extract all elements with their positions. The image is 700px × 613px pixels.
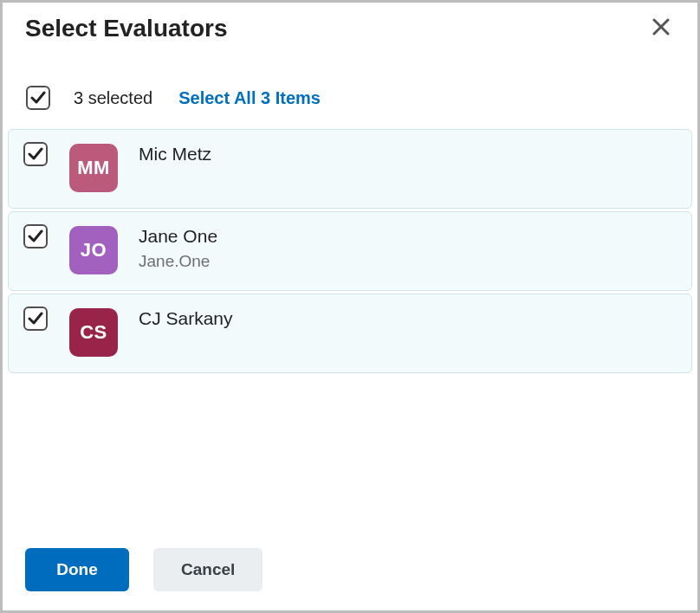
avatar: JO [69,226,118,274]
dialog-title: Select Evaluators [25,13,227,42]
row-text: Mic Metz [139,142,211,165]
avatar-initials: CS [80,321,107,344]
avatar-initials: MM [77,157,110,179]
checkmark-icon [30,90,46,106]
close-icon [652,18,670,35]
evaluator-name: Mic Metz [139,144,211,165]
cancel-button[interactable]: Cancel [153,548,262,591]
evaluator-row[interactable]: CS CJ Sarkany [8,294,692,373]
done-button[interactable]: Done [25,548,129,591]
row-checkbox[interactable] [23,224,48,248]
close-button[interactable] [647,13,675,41]
row-text: Jane One Jane.One [139,224,217,271]
dialog-header: Select Evaluators [3,3,697,46]
select-all-link[interactable]: Select All 3 Items [178,88,321,108]
row-checkbox[interactable] [23,306,48,331]
row-checkbox[interactable] [23,142,48,166]
select-all-checkbox[interactable] [26,86,50,110]
row-text: CJ Sarkany [139,306,233,329]
selection-bar: 3 selected Select All 3 Items [3,46,697,129]
evaluator-list: MM Mic Metz JO Jane One Jane.One [3,129,697,376]
select-evaluators-dialog: Select Evaluators 3 selected Select All … [0,0,700,613]
evaluator-name: CJ Sarkany [139,308,233,329]
dialog-footer: Done Cancel [3,548,697,610]
checkmark-icon [28,311,43,326]
checkmark-icon [28,146,43,162]
evaluator-subtext: Jane.One [139,252,217,271]
selected-count-label: 3 selected [74,88,152,108]
evaluator-row[interactable]: JO Jane One Jane.One [8,211,692,291]
avatar-initials: JO [81,239,107,261]
avatar: MM [69,144,118,192]
evaluator-row[interactable]: MM Mic Metz [8,129,692,209]
avatar: CS [69,308,118,357]
evaluator-name: Jane One [139,226,217,247]
checkmark-icon [28,229,43,244]
